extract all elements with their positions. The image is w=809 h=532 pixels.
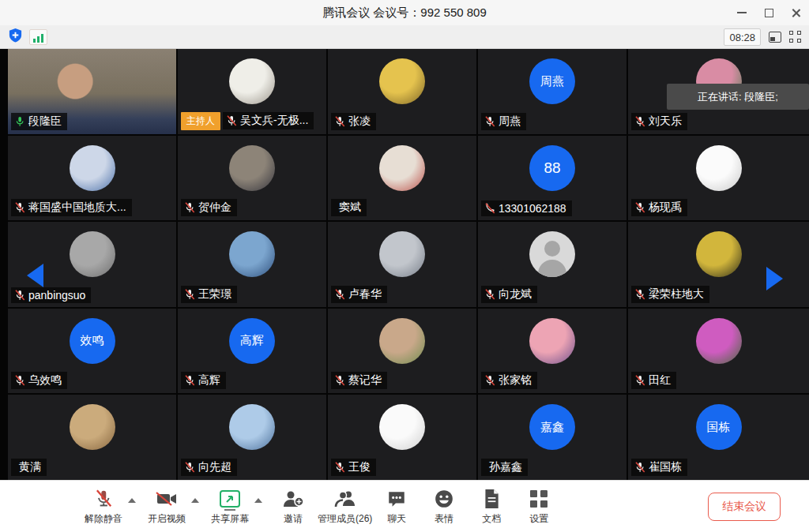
avatar — [70, 231, 115, 277]
next-page-arrow[interactable] — [766, 267, 783, 290]
avatar-text: 周燕 — [540, 74, 564, 89]
default-avatar-icon — [529, 231, 575, 277]
avatar: 88 — [529, 145, 575, 191]
mic-muted-icon — [484, 288, 496, 301]
mic-on-icon — [13, 115, 26, 128]
participant-tile[interactable]: 杨现禹 — [628, 136, 809, 221]
participant-tile[interactable]: 王俊 — [328, 395, 476, 480]
participant-tile[interactable]: 蒋国盛中国地质大... — [8, 136, 176, 221]
mic-muted-icon — [183, 374, 196, 387]
float-window-icon[interactable] — [769, 32, 781, 43]
manage-members-button[interactable]: 管理成员(26) — [318, 488, 372, 526]
participant-name: 崔国栋 — [649, 460, 682, 474]
avatar-text: 国栋 — [707, 420, 731, 435]
phone-muted-icon — [484, 202, 496, 215]
share-options-caret[interactable] — [254, 498, 262, 503]
mic-muted-icon — [333, 461, 346, 474]
avatar — [379, 145, 425, 191]
participant-namebar: 蒋国盛中国地质大... — [11, 199, 132, 216]
participant-tile[interactable]: 田红 — [628, 309, 809, 394]
participant-tile[interactable]: 窦斌 — [328, 136, 476, 221]
chat-button[interactable]: 聊天 — [374, 488, 420, 526]
participant-tile[interactable]: 主持人 吴文兵-无极... — [178, 49, 326, 134]
participant-tile[interactable]: 段隆臣 — [8, 49, 176, 134]
mic-muted-icon — [13, 201, 26, 214]
participant-name: 高辉 — [198, 373, 220, 388]
fullscreen-icon[interactable] — [789, 31, 801, 43]
participant-tile[interactable]: 张凌 — [328, 49, 476, 134]
participant-tile[interactable]: 王荣璟 — [178, 222, 326, 307]
avatar — [696, 145, 742, 191]
video-options-caret[interactable] — [191, 498, 199, 503]
participant-name: 向先超 — [198, 460, 231, 474]
avatar — [379, 231, 425, 277]
participant-name: 张家铭 — [499, 373, 532, 388]
participant-name: 窦斌 — [339, 200, 361, 215]
participant-tile[interactable]: 高辉 高辉 — [178, 309, 326, 394]
participant-namebar: 崔国栋 — [631, 459, 687, 476]
close-button[interactable] — [782, 0, 809, 25]
participant-namebar: 孙嘉鑫 — [481, 459, 528, 476]
participant-tile[interactable]: 嘉鑫 孙嘉鑫 — [478, 395, 627, 480]
emoji-button[interactable]: 表情 — [421, 488, 467, 526]
participant-name: 13301062188 — [499, 202, 566, 215]
avatar: 国栋 — [696, 404, 742, 450]
settings-button[interactable]: 设置 — [516, 488, 562, 526]
share-screen-icon — [220, 488, 240, 510]
window-title: 腾讯会议 会议号：992 550 809 — [322, 6, 487, 21]
avatar — [529, 231, 575, 277]
mic-muted-icon — [634, 201, 646, 214]
maximize-button[interactable] — [755, 0, 782, 25]
docs-button[interactable]: 文档 — [468, 488, 514, 526]
avatar: 高辉 — [229, 318, 275, 364]
participant-name: 乌效鸣 — [28, 373, 62, 388]
unmute-button[interactable]: 解除静音 — [81, 488, 126, 526]
avatar-text: 高辉 — [240, 333, 264, 348]
participant-tile[interactable]: 向龙斌 — [478, 222, 627, 307]
participant-namebar: 田红 — [631, 372, 676, 389]
participant-name: 王荣璟 — [198, 287, 231, 302]
mic-muted-icon — [484, 115, 496, 128]
mic-muted-icon — [634, 288, 646, 301]
security-shield-icon[interactable] — [8, 28, 23, 46]
network-signal-icon[interactable] — [29, 29, 47, 45]
participant-tile[interactable]: 周燕 周燕 — [478, 49, 627, 134]
participant-name: 刘天乐 — [649, 114, 682, 129]
participant-tile[interactable]: 向先超 — [178, 395, 326, 480]
participant-tile[interactable]: 国栋 崔国栋 — [628, 395, 809, 480]
avatar — [229, 145, 275, 191]
status-toolbar: 08:28 — [0, 25, 809, 49]
mic-options-caret[interactable] — [128, 498, 136, 503]
start-video-button[interactable]: 开启视频 — [144, 488, 190, 526]
maximize-icon — [765, 9, 773, 17]
participant-namebar: 向先超 — [181, 459, 237, 476]
participant-tile[interactable]: 88 13301062188 — [478, 136, 627, 221]
avatar — [70, 404, 115, 450]
participant-name: 周燕 — [499, 114, 521, 129]
participant-namebar: 主持人 吴文兵-无极... — [181, 112, 314, 130]
participant-tile[interactable]: 黄满 — [8, 395, 176, 480]
avatar-text: 效鸣 — [81, 333, 104, 348]
share-screen-button[interactable]: 共享屏幕 — [207, 488, 253, 526]
participant-tile[interactable]: 梁荣柱地大 — [628, 222, 809, 307]
participant-tile[interactable]: 贺仲金 — [178, 136, 326, 221]
participant-tile[interactable]: 张家铭 — [478, 309, 627, 394]
end-meeting-button[interactable]: 结束会议 — [708, 493, 781, 521]
invite-button[interactable]: 邀请 — [270, 488, 316, 526]
minimize-button[interactable] — [728, 0, 755, 25]
participant-tile[interactable]: 卢春华 — [328, 222, 476, 307]
participant-namebar: 梁荣柱地大 — [631, 286, 709, 303]
mic-muted-icon — [183, 288, 196, 301]
mic-muted-icon — [183, 461, 196, 474]
bottom-toolbar: 解除静音 开启视频 共享屏幕 邀请 管理成员(26 — [0, 480, 809, 532]
prev-page-arrow[interactable] — [27, 264, 43, 287]
chat-bubble-icon — [386, 488, 407, 510]
participant-namebar: 向龙斌 — [481, 286, 537, 303]
participant-name: 杨现禹 — [649, 200, 682, 215]
participant-name: 王俊 — [348, 460, 371, 474]
participant-tile[interactable]: 效鸣 乌效鸣 — [8, 309, 176, 394]
avatar — [379, 404, 425, 450]
smiley-icon — [434, 488, 454, 510]
participant-tile[interactable]: 蔡记华 — [328, 309, 476, 394]
mic-muted-icon — [93, 488, 114, 510]
